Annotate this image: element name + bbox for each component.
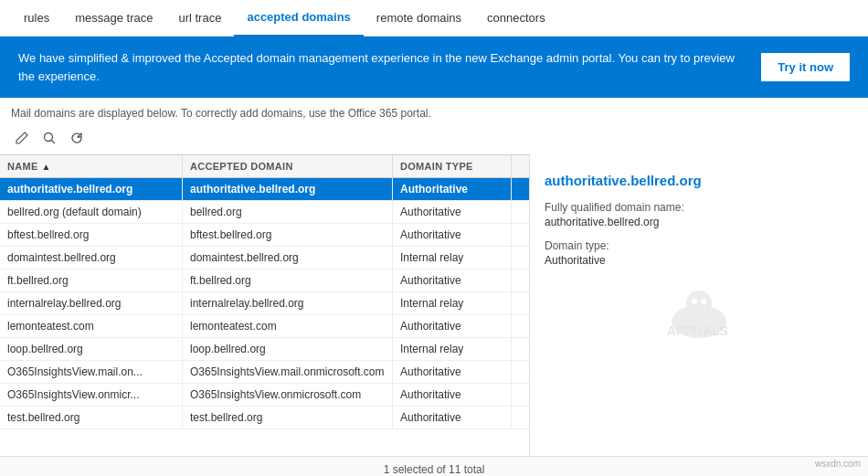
cell-accepted-domain: internalrelay.bellred.org [183,292,393,314]
table-row[interactable]: lemonteatest.comlemonteatest.comAuthorit… [0,315,529,338]
col-accepted-domain-label: ACCEPTED DOMAIN [190,161,293,172]
nav-item-url-trace[interactable]: url trace [165,0,234,37]
cell-domain-type: Internal relay [393,338,512,360]
cell-name: O365InsightsView.mail.on... [0,361,183,383]
try-it-now-button[interactable]: Try it now [761,53,850,81]
cell-domain-type: Authoritative [393,178,512,200]
cell-name: domaintest.bellred.org [0,247,183,269]
content-area: NAME ▲ ACCEPTED DOMAIN DOMAIN TYPE autho… [0,154,868,456]
cell-scroll-pad [512,201,529,223]
footer: 1 selected of 11 total [0,456,868,476]
detail-fqdn-label: Fully qualified domain name: [545,201,853,214]
col-name: NAME ▲ [0,155,183,177]
cell-domain-type: Authoritative [393,224,512,246]
cell-name: test.bellred.org [0,407,183,428]
cell-domain-type: Authoritative [393,270,512,291]
svg-line-1 [52,141,56,144]
col-name-label: NAME [7,161,38,172]
cell-name: ft.bellred.org [0,270,183,291]
cell-scroll-pad [512,361,529,383]
table-row[interactable]: test.bellred.orgtest.bellred.orgAuthorit… [0,407,529,429]
info-text: Mail domains are displayed below. To cor… [0,98,868,123]
watermark: wsxdn.com [815,459,861,469]
footer-text: 1 selected of 11 total [384,463,485,476]
svg-text:APPUALS: APPUALS [667,323,728,338]
nav-item-rules[interactable]: rules [11,0,62,37]
cell-scroll-pad [512,384,529,406]
search-icon[interactable] [38,127,60,149]
cell-domain-type: Authoritative [393,361,512,383]
appuals-mascot: APPUALS [545,285,853,340]
table-body: authoritative.bellred.orgauthoritative.b… [0,178,529,456]
table-row[interactable]: loop.bellred.orgloop.bellred.orgInternal… [0,338,529,361]
banner-text: We have simplified & improved the Accept… [18,49,746,85]
cell-accepted-domain: bellred.org [183,201,393,223]
toolbar [0,123,868,154]
cell-domain-type: Internal relay [393,292,512,314]
cell-accepted-domain: O365InsightsView.onmicrosoft.com [183,384,393,406]
detail-fqdn-value: authoritative.bellred.org [545,216,853,228]
cell-scroll-pad [512,407,529,428]
refresh-icon[interactable] [66,127,88,149]
nav-item-accepted-domains[interactable]: accepted domains [234,0,363,37]
table-header: NAME ▲ ACCEPTED DOMAIN DOMAIN TYPE [0,154,529,178]
cell-scroll-pad [512,338,529,360]
banner: We have simplified & improved the Accept… [0,37,868,98]
svg-point-3 [686,291,712,316]
cell-accepted-domain: ft.bellred.org [183,270,393,291]
svg-point-0 [45,133,53,142]
cell-scroll-pad [512,315,529,337]
cell-domain-type: Authoritative [393,315,512,337]
cell-scroll-pad [512,270,529,291]
cell-accepted-domain: bftest.bellred.org [183,224,393,246]
cell-accepted-domain: O365InsightsView.mail.onmicrosoft.com [183,361,393,383]
cell-name: lemonteatest.com [0,315,183,337]
table-row[interactable]: ft.bellred.orgft.bellred.orgAuthoritativ… [0,270,529,292]
nav-item-remote-domains[interactable]: remote domains [364,0,474,37]
cell-name: loop.bellred.org [0,338,183,360]
detail-section: authoritative.bellred.org Fully qualifie… [530,154,868,456]
cell-scroll-pad [512,224,529,246]
svg-point-5 [701,299,706,304]
cell-domain-type: Internal relay [393,247,512,269]
col-domain-type-label: DOMAIN TYPE [400,161,473,172]
cell-domain-type: Authoritative [393,201,512,223]
col-accepted-domain: ACCEPTED DOMAIN [183,155,393,177]
table-row[interactable]: authoritative.bellred.orgauthoritative.b… [0,178,529,201]
detail-domain-type-value: Authoritative [545,254,853,267]
edit-icon[interactable] [11,127,33,149]
cell-name: authoritative.bellred.org [0,178,183,200]
cell-accepted-domain: lemonteatest.com [183,315,393,337]
nav-item-connectors[interactable]: connectors [474,0,558,37]
detail-title: authoritative.bellred.org [545,173,853,188]
cell-accepted-domain: authoritative.bellred.org [183,178,393,200]
cell-accepted-domain: test.bellred.org [183,407,393,428]
detail-domain-type-label: Domain type: [545,239,853,252]
cell-name: O365InsightsView.onmicr... [0,384,183,406]
cell-scroll-pad [512,292,529,314]
cell-scroll-pad [512,247,529,269]
cell-accepted-domain: domaintest.bellred.org [183,247,393,269]
table-row[interactable]: domaintest.bellred.orgdomaintest.bellred… [0,247,529,270]
svg-point-4 [692,299,697,304]
table-row[interactable]: O365InsightsView.mail.on...O365InsightsV… [0,361,529,384]
col-scroll-header [512,155,530,177]
table-row[interactable]: internalrelay.bellred.orginternalrelay.b… [0,292,529,315]
cell-name: bellred.org (default domain) [0,201,183,223]
cell-accepted-domain: loop.bellred.org [183,338,393,360]
sort-arrow-icon: ▲ [42,162,51,172]
cell-scroll-pad [512,178,529,200]
nav-item-message-trace[interactable]: message trace [62,0,165,37]
table-section: NAME ▲ ACCEPTED DOMAIN DOMAIN TYPE autho… [0,154,530,456]
cell-domain-type: Authoritative [393,384,512,406]
col-domain-type: DOMAIN TYPE [393,155,512,177]
table-row[interactable]: bellred.org (default domain)bellred.orgA… [0,201,529,224]
nav-bar: rules message trace url trace accepted d… [0,0,868,37]
cell-name: internalrelay.bellred.org [0,292,183,314]
cell-domain-type: Authoritative [393,407,512,428]
table-row[interactable]: bftest.bellred.orgbftest.bellred.orgAuth… [0,224,529,247]
table-row[interactable]: O365InsightsView.onmicr...O365InsightsVi… [0,384,529,407]
cell-name: bftest.bellred.org [0,224,183,246]
